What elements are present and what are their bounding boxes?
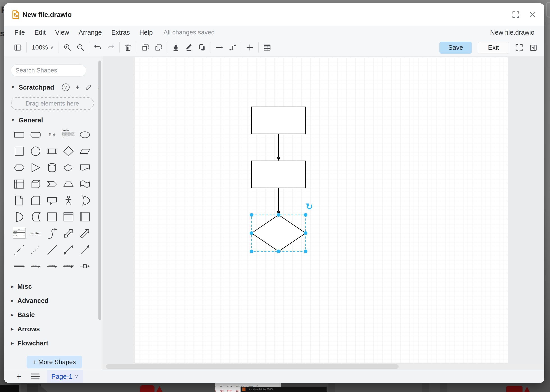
zoom-in-button[interactable] [61,41,74,54]
resize-handle-n[interactable] [277,213,280,217]
rotate-handle-icon[interactable]: ↻ [306,202,313,211]
menu-arrange[interactable]: Arrange [79,29,102,36]
sidebar-section-basic[interactable]: ▶ Basic [11,310,35,320]
toggle-format-panel-button[interactable] [11,41,24,54]
shape-label-arrow[interactable]: Label [28,259,43,273]
shape-bidirectional-arrow[interactable] [61,226,76,241]
shape-ellipse[interactable] [78,128,92,142]
scratchpad-drop-zone[interactable]: Drag elements here [11,97,94,110]
shape-step[interactable] [45,177,59,191]
shape-square[interactable] [12,144,26,158]
shape-process[interactable] [45,144,59,158]
shape-arrow[interactable] [78,226,92,241]
edge-arrow-2[interactable] [277,188,281,215]
shape-rounded-rectangle[interactable] [28,128,43,142]
general-section-header[interactable]: ▼ General [11,115,43,125]
shape-hexagon[interactable] [12,161,26,175]
menu-help[interactable]: Help [139,29,153,36]
shape-actor[interactable] [61,193,76,208]
shape-link[interactable] [12,259,26,273]
shape-card[interactable] [28,193,43,208]
to-back-button[interactable] [152,41,165,54]
scratchpad-edit-icon[interactable] [85,84,92,91]
shadow-button[interactable] [195,41,208,54]
shape-cloud[interactable] [61,161,76,175]
window-fullscreen-icon[interactable] [512,11,520,18]
shape-dashed-line[interactable] [12,243,26,257]
sidebar-section-misc[interactable]: ▶ Misc [11,281,32,292]
shape-data-storage[interactable] [28,210,43,224]
shape-text[interactable]: Text [45,128,59,142]
shape-callout[interactable] [45,193,59,208]
insert-button[interactable] [243,41,256,54]
sidebar-section-flowchart[interactable]: ▶ Flowchart [11,338,48,348]
shape-and[interactable] [12,210,26,224]
shape-connector-with-symbol[interactable] [78,259,92,273]
scratchpad-title[interactable]: Scratchpad [19,84,54,91]
undo-button[interactable] [91,41,104,54]
shape-horizontal-container[interactable] [78,210,92,224]
table-button[interactable] [261,41,274,54]
exit-button[interactable]: Exit [478,42,509,54]
redo-button[interactable] [104,41,117,54]
shape-source-target-arrow[interactable]: SourceLabelTarget [61,259,76,273]
caret-down-icon[interactable]: ▼ [11,85,15,90]
menu-view[interactable]: View [55,29,69,36]
add-page-button[interactable]: + [14,372,24,381]
save-button[interactable]: Save [439,42,472,54]
delete-button[interactable] [122,41,135,54]
scratchpad-help-icon[interactable]: ? [62,84,70,91]
shape-vertical-container[interactable] [61,210,76,224]
waypoints-button[interactable] [226,41,239,54]
line-color-button[interactable] [182,41,195,54]
node-rectangle-1[interactable] [252,107,306,134]
shape-circle[interactable] [28,144,43,158]
shape-container[interactable] [45,210,59,224]
shape-curve[interactable] [45,226,59,241]
shape-document[interactable] [78,161,92,175]
shape-or[interactable] [78,193,92,208]
menu-edit[interactable]: Edit [35,29,46,36]
resize-handle-se[interactable] [304,250,307,253]
more-shapes-button[interactable]: + More Shapes [27,356,82,368]
node-rectangle-2[interactable] [252,161,306,188]
shape-list[interactable]: ListItem 1Item 2Item 3 [12,226,26,241]
zoom-dropdown[interactable]: 100% ∨ [29,44,57,51]
to-front-button[interactable] [139,41,152,54]
sidebar-section-advanced[interactable]: ▶ Advanced [11,295,49,306]
scratchpad-add-icon[interactable]: + [75,84,80,91]
fullscreen-icon[interactable] [515,44,523,52]
fill-color-button[interactable] [169,41,182,54]
shape-line[interactable] [45,243,59,257]
shape-note[interactable] [12,193,26,208]
menu-extras[interactable]: Extras [111,29,130,36]
shape-internal-storage[interactable] [12,177,26,191]
search-shapes-input[interactable] [15,67,96,74]
resize-handle-nw[interactable] [250,213,253,217]
shape-directional-connector[interactable] [78,243,92,257]
shape-cube[interactable] [28,177,43,191]
pages-menu-icon[interactable] [31,374,40,379]
shape-list-item[interactable]: List Item [28,226,43,241]
resize-handle-ne[interactable] [304,213,307,217]
canvas-hscrollbar-thumb[interactable] [106,364,399,369]
shape-tape[interactable] [78,177,92,191]
shape-parallelogram[interactable] [78,144,92,158]
sidebar-section-arrows[interactable]: ▶ Arrows [11,324,40,334]
resize-handle-s[interactable] [277,250,280,253]
shape-triangle[interactable] [28,161,43,175]
sidebar-scrollbar[interactable] [98,61,101,320]
edge-arrow-1[interactable] [277,134,281,161]
node-diamond-selected[interactable] [252,215,306,251]
connection-arrow-button[interactable] [213,41,226,54]
page-tab[interactable]: Page-1 ∨ [47,370,83,383]
shape-source-label-arrow[interactable]: SourceLabel [45,259,59,273]
menu-file[interactable]: File [14,29,25,36]
zoom-out-button[interactable] [74,41,87,54]
resize-handle-w[interactable] [250,231,253,235]
collapse-panel-icon[interactable] [529,43,538,52]
window-close-icon[interactable] [529,11,536,18]
shape-dotted-line[interactable] [28,243,43,257]
shape-trapezoid[interactable] [61,177,76,191]
resize-handle-e[interactable] [304,231,307,235]
